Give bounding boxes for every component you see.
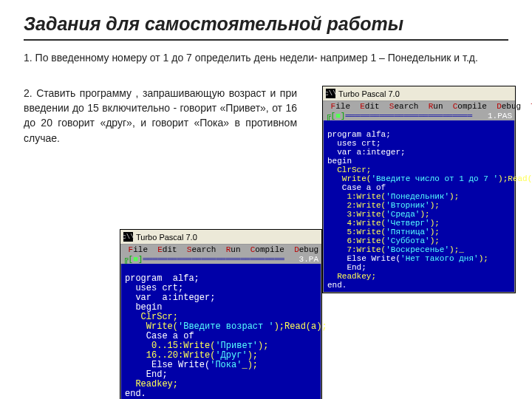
divider [24,39,508,41]
task-2-text: 2. Ставить программу , запрашивающую воз… [24,86,297,146]
turbo-pascal-window-1: c\\ Turbo Pascal 7.0 File Edit Search Ru… [322,86,516,293]
menubar[interactable]: File Edit Search Run Compile Debug Tools [323,101,515,112]
code-area: program alfa; uses crt; var a:integer; b… [323,120,515,293]
titlebar: c\\ Turbo Pascal 7.0 [120,230,321,245]
turbo-pascal-window-2: c\\ Turbo Pascal 7.0 File Edit Search Ru… [120,229,322,399]
task-1-text: 1. По введенному номеру от 1 до 7 опреде… [24,51,508,65]
cmd-icon: c\\ [123,232,133,242]
editor-tabbar: ╔[■]═════════════════════════════3.PA [120,255,321,264]
cmd-icon: c\\ [326,89,335,98]
window-title: Turbo Pascal 7.0 [136,233,197,242]
menubar[interactable]: File Edit Search Run Compile Debug [120,245,321,255]
code-area: program alfa; uses crt; var a:integer; b… [120,264,321,399]
page-title: Задания для самостоятельной работы [24,13,508,35]
editor-tabbar: ╔[■]══════════════════════════1.PAS [323,112,515,120]
titlebar: c\\ Turbo Pascal 7.0 [323,86,515,101]
window-title: Turbo Pascal 7.0 [338,89,400,98]
